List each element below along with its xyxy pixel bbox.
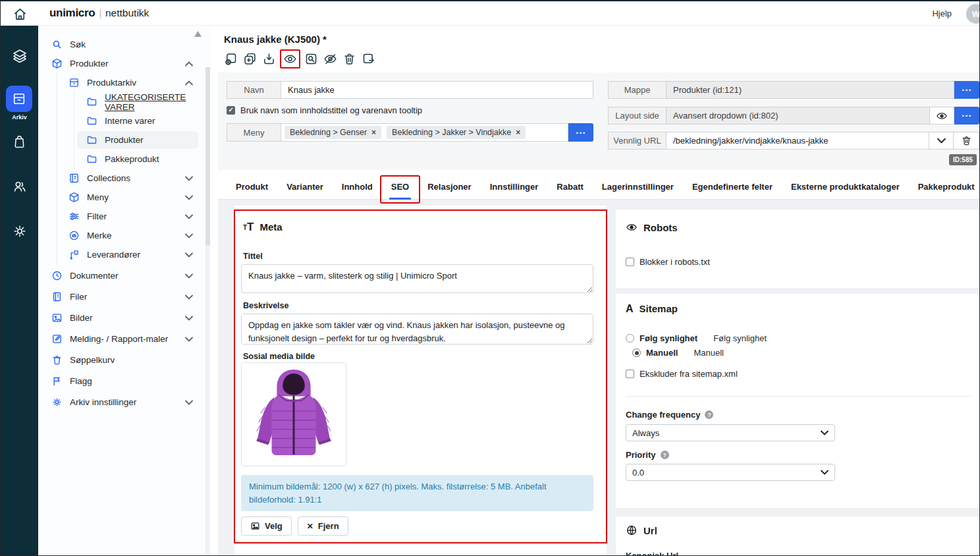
fjern-button[interactable]: Fjern: [298, 516, 348, 536]
nav-item-pakkeprodukt-folder[interactable]: Pakkeprodukt: [38, 150, 210, 169]
tab-innhold[interactable]: Innhold: [333, 175, 382, 199]
chevron-up-icon[interactable]: [185, 80, 193, 86]
tab-relasjoner[interactable]: Relasjoner: [418, 175, 480, 199]
layers-icon[interactable]: [1, 48, 38, 64]
nav-item-sok[interactable]: Søk: [38, 35, 210, 54]
nav-item-merke[interactable]: Merke: [38, 226, 210, 245]
tab-eksterne-produktkataloger[interactable]: Eksterne produktkataloger: [782, 175, 909, 199]
chevron-down-icon[interactable]: [185, 400, 193, 405]
tittel-textarea[interactable]: Knaus jakke – varm, slitesterk og stilig…: [241, 264, 593, 293]
chevron-down-icon: [821, 430, 829, 435]
help-icon[interactable]: [661, 451, 669, 459]
tab-innstillinger[interactable]: Innstillinger: [481, 175, 548, 199]
layout-more-button[interactable]: ...: [954, 107, 979, 125]
url-chevron-down-icon[interactable]: [929, 132, 954, 150]
home-icon[interactable]: [11, 5, 28, 22]
tab-seo[interactable]: SEO: [382, 175, 418, 199]
sidebar-item-arkiv[interactable]: [6, 86, 32, 112]
export-icon[interactable]: [360, 51, 377, 67]
tab-lagerinnstillinger[interactable]: Lagerinnstillinger: [593, 175, 683, 199]
nav-item-produkter-folder-selected[interactable]: Produkter: [38, 130, 210, 150]
social-media-image[interactable]: [241, 362, 346, 466]
image-icon: [51, 312, 63, 323]
nav-item-arkiv-innstillinger[interactable]: Arkiv innstillinger: [38, 393, 210, 412]
chevron-down-icon[interactable]: [185, 252, 193, 258]
nav-item-filer[interactable]: Filer: [38, 287, 210, 306]
nav-item-collections[interactable]: Collections: [38, 169, 210, 188]
chevron-down-icon[interactable]: [185, 233, 193, 238]
block-robots-checkbox[interactable]: [626, 258, 634, 266]
help-icon[interactable]: [705, 410, 713, 419]
tab-produkt[interactable]: Produkt: [227, 175, 277, 199]
nav-item-melding-rapport-maler[interactable]: Melding- / Rapport-maler: [38, 329, 210, 348]
nav-item-filter[interactable]: Filter: [38, 207, 210, 226]
use-name-row: Bruk navn som innholdstittel og varenavn…: [227, 105, 593, 115]
tab-varianter[interactable]: Varianter: [277, 175, 333, 199]
new-item-icon[interactable]: [222, 51, 240, 67]
remove-tag-icon[interactable]: ×: [371, 128, 376, 137]
nav-item-produktarkiv[interactable]: Produktarkiv: [38, 73, 210, 92]
annotation-red-box: [280, 49, 300, 69]
remove-tag-icon[interactable]: ×: [516, 128, 520, 137]
nav-item-soppelkurv[interactable]: Søppelkurv: [38, 350, 210, 370]
mappe-value: Produkter (id:121): [666, 81, 954, 99]
help-link[interactable]: Hjelp: [932, 9, 952, 18]
tab-pakkeprodukt[interactable]: Pakkeprodukt: [909, 175, 980, 199]
tab-rabatt[interactable]: Rabatt: [547, 175, 592, 199]
nav-item-bilder[interactable]: Bilder: [38, 308, 210, 327]
nav-item-meny[interactable]: Meny: [38, 188, 210, 207]
chevron-down-icon[interactable]: [185, 337, 193, 342]
import-icon[interactable]: [260, 51, 278, 67]
priority-select[interactable]: 0.0: [626, 464, 835, 481]
manual-radio[interactable]: [632, 348, 641, 357]
sitemap-card: A Sitemap Følg synlighet Følg synlighet …: [616, 294, 979, 508]
chevron-down-icon[interactable]: [185, 273, 193, 279]
url-trash-icon[interactable]: [954, 132, 979, 150]
tab-content: TT Meta Tittel Knaus jakke – varm, slite…: [218, 200, 979, 555]
trash-icon[interactable]: [340, 51, 358, 67]
purple-jacket-image: [248, 366, 339, 463]
velg-button[interactable]: Velg: [241, 516, 292, 536]
chevron-down-icon: [821, 470, 829, 475]
nav-item-interne-varer[interactable]: Interne varer: [38, 111, 210, 130]
users-icon[interactable]: [1, 179, 38, 194]
chevron-down-icon[interactable]: [185, 316, 193, 321]
compass-icon: [51, 270, 63, 281]
url-input[interactable]: [666, 132, 929, 150]
shopping-bag-icon[interactable]: [1, 134, 38, 149]
manual-label: Manuell: [646, 348, 678, 358]
menu-more-button[interactable]: ...: [568, 123, 593, 142]
layout-preview-eye-icon[interactable]: [930, 107, 954, 125]
nav-item-leverandorer[interactable]: Leverandører: [38, 245, 210, 264]
gear-icon[interactable]: [1, 223, 38, 239]
beskrivelse-textarea[interactable]: Oppdag en jakke som takler vær og vind. …: [241, 314, 593, 345]
duplicate-icon[interactable]: [241, 51, 259, 67]
chevron-down-icon[interactable]: [185, 176, 193, 181]
page-title: Knaus jakke (KJ500) *: [224, 34, 327, 45]
preview-search-icon[interactable]: [302, 51, 320, 67]
follow-visibility-radio[interactable]: [626, 334, 634, 343]
chevron-down-icon[interactable]: [185, 294, 193, 300]
chevron-down-icon[interactable]: [185, 214, 193, 219]
use-name-checkbox[interactable]: [227, 106, 235, 115]
cube-icon: [51, 58, 63, 69]
eye-icon[interactable]: [281, 51, 299, 67]
nav-item-dokumenter[interactable]: Dokumenter: [38, 266, 210, 285]
trash-icon: [51, 354, 63, 366]
exclude-sitemap-label: Ekskluder fra sitemap.xml: [640, 369, 738, 379]
url-label: Vennlig URL: [608, 132, 666, 150]
avatar[interactable]: W: [966, 4, 980, 24]
nav-item-flagg[interactable]: Flagg: [38, 372, 210, 391]
tab-egendefinerte-felter[interactable]: Egendefinerte felter: [683, 175, 782, 199]
nav-item-produkter[interactable]: Produkter: [38, 54, 210, 73]
change-frequency-select[interactable]: Always: [626, 424, 835, 441]
menu-tag-field[interactable]: Bekledning > Genser × Bekledning > Jakke…: [281, 123, 568, 142]
nav-item-ukategoriserte-varer[interactable]: UKATEGORISERTE VARER: [38, 92, 210, 111]
brand-logo: unimicro|nettbutikk: [49, 7, 149, 20]
exclude-sitemap-checkbox[interactable]: [626, 370, 634, 378]
mappe-more-button[interactable]: ...: [954, 81, 979, 99]
eye-off-icon[interactable]: [321, 51, 339, 67]
chevron-up-icon[interactable]: [185, 61, 193, 67]
name-input[interactable]: [281, 81, 593, 99]
chevron-down-icon[interactable]: [185, 195, 193, 200]
